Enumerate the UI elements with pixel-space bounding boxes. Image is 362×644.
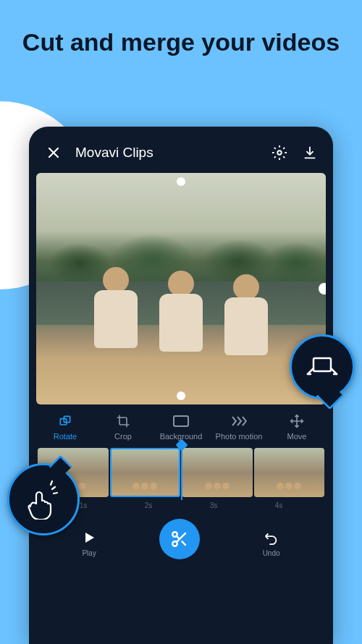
rotate-icon [58,414,72,428]
crop-icon [116,414,130,428]
tool-background[interactable]: Background [152,413,210,441]
scissors-icon [170,530,189,548]
time-tick: 4s [275,501,283,509]
headline: Cut and merge your videos [0,0,362,79]
play-button[interactable]: Play [82,529,96,557]
phone-frame: Movavi Clips Rotate Crop [29,127,333,644]
gear-icon [272,145,287,161]
download-icon [302,145,318,161]
crop-handle-right[interactable] [319,283,326,295]
timeline-clip[interactable] [110,448,181,497]
tool-crop[interactable]: Crop [94,413,152,441]
undo-icon [264,530,279,546]
move-icon [290,414,304,428]
crop-handle-bottom[interactable] [177,391,185,400]
bottom-controls: Play Undo [36,513,326,559]
app-title: Movavi Clips [75,145,271,161]
cut-button[interactable] [159,519,200,559]
tool-label: Rotate [36,432,94,441]
gesture-callout [7,463,80,535]
time-tick: 1s [80,501,88,509]
play-label: Play [82,549,96,557]
crop-handle-top[interactable] [177,177,185,186]
playhead[interactable] [181,445,182,500]
timeline-clip[interactable] [254,448,325,497]
svg-rect-6 [313,358,331,371]
svg-rect-3 [174,416,188,426]
motion-icon [231,415,247,427]
play-icon [83,531,96,544]
time-tick: 3s [210,501,218,509]
tool-label: Crop [94,432,152,441]
svg-point-0 [277,151,282,155]
preview-people [80,260,282,376]
close-button[interactable] [43,143,64,163]
hand-swipe-icon [22,479,65,520]
video-preview[interactable] [36,173,326,404]
svg-point-5 [172,541,177,546]
app-bar: Movavi Clips [36,134,326,173]
tool-label: Move [268,432,326,441]
download-button[interactable] [301,144,319,161]
tool-label: Photo motion [210,432,268,441]
time-ruler: 1s 2s 3s 4s [36,501,326,509]
undo-label: Undo [263,549,280,557]
close-icon [46,145,61,160]
background-icon [173,415,189,427]
time-tick: 2s [145,501,153,509]
svg-point-4 [172,532,177,537]
split-icon [306,354,338,380]
split-callout [290,334,355,399]
tool-rotate[interactable]: Rotate [36,413,94,441]
settings-button[interactable] [271,144,288,161]
tool-move[interactable]: Move [268,413,326,441]
undo-button[interactable]: Undo [263,529,280,557]
timeline-clip[interactable] [182,448,253,497]
timeline[interactable]: 1s 2s 3s 4s [36,448,326,513]
tool-photo-motion[interactable]: Photo motion [210,413,268,441]
